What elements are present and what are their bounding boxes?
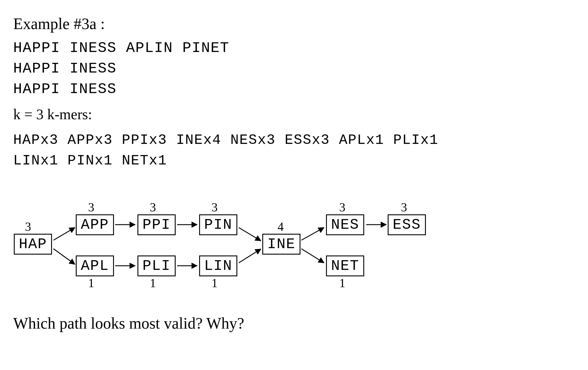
svg-line-8 <box>301 228 324 240</box>
node-count-ess: 3 <box>401 200 407 214</box>
node-nes: NES <box>326 214 364 235</box>
node-count-nes: 3 <box>339 200 345 214</box>
node-count-net: 1 <box>339 276 345 290</box>
node-pli: PLI <box>137 255 176 276</box>
node-count-app: 3 <box>88 200 94 214</box>
svg-line-7 <box>239 249 261 263</box>
node-count-pin: 3 <box>211 200 218 214</box>
svg-line-0 <box>53 228 75 240</box>
node-pin: PIN <box>199 214 237 235</box>
node-app: APP <box>76 214 114 235</box>
svg-line-9 <box>301 249 324 263</box>
node-ess: ESS <box>388 214 426 235</box>
node-count-ppi: 3 <box>150 200 156 214</box>
node-net: NET <box>326 255 364 276</box>
node-count-lin: 1 <box>211 276 218 290</box>
node-apl: APL <box>76 255 114 276</box>
question-text: Which path looks most valid? Why? <box>13 314 244 332</box>
node-hap: HAP <box>14 234 52 255</box>
node-count-ine: 4 <box>278 220 284 234</box>
svg-line-6 <box>239 228 261 241</box>
node-count-apl: 1 <box>88 276 94 290</box>
node-ppi: PPI <box>137 214 176 235</box>
node-ine: INE <box>262 234 300 255</box>
node-count-pli: 1 <box>150 276 156 290</box>
svg-line-1 <box>53 249 75 264</box>
node-count-hap: 3 <box>25 220 31 234</box>
node-lin: LIN <box>199 255 237 276</box>
